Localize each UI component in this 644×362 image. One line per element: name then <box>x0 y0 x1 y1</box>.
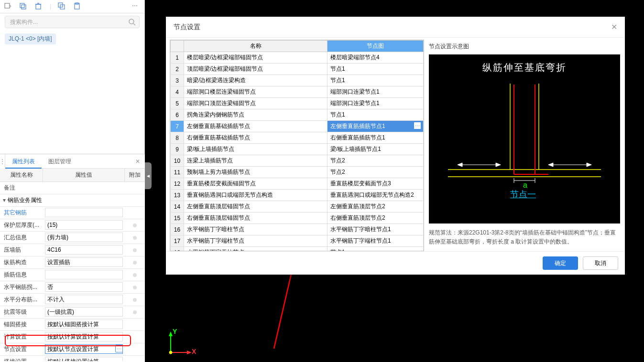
search-icon[interactable] <box>128 18 136 27</box>
table-row[interactable]: 4端部洞口楼层连梁锚固节点端部洞口连梁节点1 <box>171 86 424 98</box>
property-input[interactable] <box>45 257 123 267</box>
row-value[interactable]: 节点1 <box>327 75 424 86</box>
table-row[interactable]: 11预制墙上剪力墙插筋节点节点2 <box>171 167 424 178</box>
cancel-button[interactable]: 取消 <box>583 256 618 270</box>
property-value[interactable] <box>43 306 125 318</box>
property-input[interactable] <box>45 307 123 317</box>
property-value[interactable] <box>43 232 125 244</box>
row-value[interactable]: 梁/板上墙插筋节点1 <box>327 144 424 155</box>
row-value[interactable]: 右侧垂直筋顶层节点2 <box>327 213 424 224</box>
table-row[interactable]: 16水平钢筋丁字暗柱节点水平钢筋丁字暗柱节点1 <box>171 224 424 235</box>
group-rebar[interactable]: ▾钢筋业务属性 <box>0 194 145 207</box>
dialog-close-icon[interactable]: ✕ <box>611 22 617 32</box>
property-value[interactable] <box>43 281 125 293</box>
delete-icon[interactable] <box>34 2 43 11</box>
property-value[interactable] <box>43 256 125 268</box>
svg-rect-1 <box>20 3 24 8</box>
row-name: 端部洞口顶层连梁锚固节点 <box>184 98 327 109</box>
row-value[interactable]: 楼层暗梁端部节点4 <box>327 52 424 64</box>
property-input[interactable] <box>45 270 123 279</box>
row-name: 水平钢筋丁字端柱节点 <box>184 235 327 247</box>
square-icon[interactable] <box>4 2 12 11</box>
property-input[interactable] <box>45 233 123 242</box>
col-name[interactable]: 名称 <box>184 41 327 52</box>
property-input[interactable] <box>45 282 123 292</box>
property-value[interactable] <box>43 219 125 231</box>
property-name[interactable]: 其它钢筋 <box>0 207 43 219</box>
property-value[interactable] <box>43 244 125 256</box>
property-value[interactable] <box>43 207 125 219</box>
row-value[interactable]: 节点1 <box>327 109 424 121</box>
row-number: 11 <box>171 167 184 178</box>
row-value[interactable]: 节点1 <box>327 247 424 252</box>
property-input[interactable] <box>45 344 123 354</box>
row-value[interactable]: 垂直筋遇洞口或端部无节点构造2 <box>327 190 424 201</box>
cell-more-button[interactable]: ⋯ <box>414 122 421 129</box>
table-row[interactable]: 12垂直筋楼层变截面锚固节点垂直筋楼层变截面节点3 <box>171 178 424 190</box>
property-input[interactable] <box>45 220 123 230</box>
table-row[interactable]: 2顶层暗梁/边框梁端部锚固节点节点1 <box>171 64 424 75</box>
col-node[interactable]: 节点图 <box>327 41 424 52</box>
svg-marker-27 <box>587 163 591 167</box>
property-row: 计算设置 <box>0 331 145 343</box>
row-value[interactable]: 水平钢筋丁字端柱节点1 <box>327 235 424 247</box>
row-value[interactable]: 端部洞口连梁节点1 <box>327 98 424 109</box>
table-row[interactable]: 9梁/板上墙插筋节点梁/板上墙插筋节点1 <box>171 144 424 155</box>
row-value[interactable]: 水平钢筋丁字暗柱节点1 <box>327 224 424 235</box>
row-number: 7 <box>171 121 184 132</box>
row-value[interactable]: 左侧垂直筋插筋节点1⋯ <box>327 121 424 132</box>
row-value[interactable]: 节点2 <box>327 167 424 178</box>
table-row[interactable]: 14左侧垂直筋顶层锚固节点左侧垂直筋顶层节点2 <box>171 201 424 213</box>
panel-drag-handle[interactable]: ⋮ <box>0 154 5 169</box>
remark-row: 备注 <box>0 182 145 194</box>
more-icon[interactable]: ⋯ <box>132 2 141 11</box>
row-value[interactable]: 节点1 <box>327 64 424 75</box>
ok-button[interactable]: 确定 <box>543 256 578 270</box>
property-name: 水平分布筋... <box>0 294 43 306</box>
row-name: 水平钢筋丁字无柱节点 <box>184 247 327 252</box>
tab-properties[interactable]: 属性列表 <box>5 154 42 169</box>
table-row[interactable]: 18水平钢筋丁字无柱节点节点1 <box>171 247 424 252</box>
property-input[interactable] <box>45 295 123 304</box>
panel-toggle[interactable]: ◂ <box>145 162 152 189</box>
table-row[interactable]: 8右侧垂直筋基础插筋节点右侧垂直筋插筋节点1 <box>171 132 424 144</box>
row-value[interactable]: 左侧垂直筋顶层节点2 <box>327 201 424 213</box>
paste-icon[interactable] <box>73 2 82 11</box>
property-input[interactable] <box>45 319 123 329</box>
table-row[interactable]: 17水平钢筋丁字端柱节点水平钢筋丁字端柱节点1 <box>171 235 424 247</box>
table-row[interactable]: 6拐角连梁内侧钢筋节点节点1 <box>171 109 424 121</box>
more-button[interactable]: ⋯ <box>115 345 123 352</box>
property-value[interactable] <box>43 319 125 330</box>
search-input[interactable] <box>5 16 140 28</box>
panel-close-icon[interactable]: ✕ <box>131 158 145 165</box>
layer-copy-icon[interactable] <box>58 2 66 11</box>
tab-layers[interactable]: 图层管理 <box>42 154 78 169</box>
property-value[interactable]: ⋯ <box>43 343 125 355</box>
table-row[interactable]: 3暗梁/边框梁遇连梁构造节点1 <box>171 75 424 86</box>
property-input[interactable] <box>45 357 123 361</box>
row-value[interactable]: 垂直筋楼层变截面节点3 <box>327 178 424 190</box>
row-value[interactable]: 节点2 <box>327 155 424 167</box>
property-value[interactable] <box>43 331 125 343</box>
table-row[interactable]: 13垂直钢筋遇洞口或端部无节点构造垂直筋遇洞口或端部无节点构造2 <box>171 190 424 201</box>
axis-y-label: Y <box>173 328 177 335</box>
table-row[interactable]: 5端部洞口顶层连梁锚固节点端部洞口连梁节点1 <box>171 98 424 109</box>
table-row[interactable]: 10连梁上墙插筋节点节点2 <box>171 155 424 167</box>
property-input[interactable] <box>45 245 123 255</box>
property-value[interactable] <box>43 294 125 306</box>
property-row: 搭接设置 <box>0 356 145 361</box>
property-value[interactable] <box>43 356 125 361</box>
copy-icon[interactable] <box>19 2 28 11</box>
table-row[interactable]: 1楼层暗梁/边框梁端部锚固节点楼层暗梁端部节点4 <box>171 52 424 64</box>
property-input[interactable] <box>45 208 123 217</box>
dot-icon <box>133 286 137 289</box>
property-input[interactable] <box>45 332 123 341</box>
row-number: 16 <box>171 224 184 235</box>
row-value[interactable]: 右侧垂直筋插筋节点1 <box>327 132 424 144</box>
component-tag[interactable]: JLQ-1 <0> [内墙] <box>5 33 56 44</box>
row-value[interactable]: 端部洞口连梁节点1 <box>327 86 424 98</box>
property-value[interactable] <box>43 269 125 281</box>
row-name: 端部洞口楼层连梁锚固节点 <box>184 86 327 98</box>
table-row[interactable]: 7左侧垂直筋基础插筋节点左侧垂直筋插筋节点1⋯ <box>171 121 424 132</box>
table-row[interactable]: 15右侧垂直筋顶层锚固节点右侧垂直筋顶层节点2 <box>171 213 424 224</box>
